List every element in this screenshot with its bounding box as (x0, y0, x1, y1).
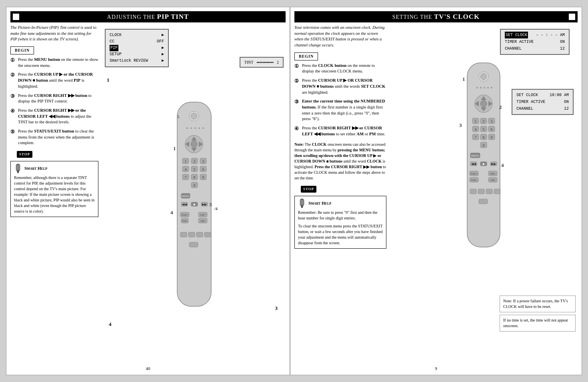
svg-point-7 (191, 113, 197, 119)
svg-rect-66 (300, 199, 304, 205)
left-page-header: Adjusting the PIP Tint (10, 11, 286, 22)
left-main-content: The Picture-In-Picture (PIP) Tint contro… (10, 25, 286, 364)
clock-row-2-2: TIMER ACTIVE ON (516, 99, 569, 105)
svg-point-12 (202, 127, 204, 129)
clock-row-1-1: SET CLOCK - - : - - AM (505, 32, 565, 38)
svg-point-73 (476, 87, 478, 88)
menu-value-clock: ▶ (162, 32, 164, 38)
tint-label: TINT (244, 60, 254, 64)
smart-help-header-left: Smart Help (14, 164, 95, 173)
svg-text:3: 3 (209, 201, 212, 207)
svg-text:5: 5 (194, 167, 196, 171)
svg-text:VOL+: VOL+ (470, 172, 478, 175)
svg-rect-57 (196, 232, 203, 237)
tint-bar-display: TINT ▪▪▪▪▪▪▪▪▪▪▪▪ 2 (240, 57, 284, 68)
smart-help-title-right: Smart Help (308, 200, 331, 206)
svg-text:9: 9 (202, 175, 204, 179)
svg-text:2: 2 (483, 119, 485, 123)
channel-value-2: 12 (564, 105, 569, 112)
pip-menu-display: CLOCK▶ CCOFF PIP▶ SETUP▶ SmartLock REVIE (105, 29, 169, 67)
step-3-num: ③ (10, 93, 17, 100)
svg-rect-59 (189, 242, 198, 247)
svg-text:4: 4 (185, 167, 187, 171)
clock-row-2-3: CHANNEL 12 (516, 105, 569, 112)
svg-text:3: 3 (459, 122, 462, 128)
right-step-2-num: ② (294, 78, 301, 84)
svg-text:◀◀: ◀◀ (471, 162, 476, 166)
right-intro: Your television comes with an onscreen c… (294, 25, 386, 48)
right-step-3: ③ Enter the current time using the NUMBE… (294, 99, 386, 122)
timer-active-label-1: TIMER ACTIVE (505, 38, 534, 45)
stop-icon-right: STOP (301, 186, 316, 193)
smart-help-icon-left (14, 164, 22, 173)
step-1: ① Press the MENU button on the remote to… (10, 57, 98, 68)
set-clock-label-1: SET CLOCK (505, 32, 528, 38)
svg-text:1: 1 (462, 76, 465, 82)
clock-row-1-2: TIMER ACTIVE ON (505, 38, 565, 45)
svg-rect-2 (16, 170, 20, 171)
timer-active-value-1: ON (560, 38, 565, 45)
svg-point-77 (491, 87, 492, 88)
right-step-4-num: ④ (294, 125, 301, 132)
step-callout-1: 1 (107, 77, 110, 83)
clock-screen-1: SET CLOCK - - : - - AM TIMER ACTIVE ON C… (500, 29, 570, 55)
right-step-2-text: Press the CURSOR UP ▶ OR CURSOR DOWN ■ b… (302, 78, 386, 95)
menu-value-cc: OFF (157, 38, 164, 45)
svg-text:5: 5 (177, 114, 180, 119)
menu-value-pip: ▶ (162, 45, 164, 51)
step-3: ③ Press the CURSOR RIGHT ▶▶ button to di… (10, 93, 98, 105)
step-5-num: ⑤ (10, 129, 17, 135)
menu-row-cc: CCOFF (110, 38, 164, 45)
svg-text:1: 1 (475, 119, 477, 123)
note-box-1: Note: If a power failure occurs, the TV'… (500, 296, 576, 312)
svg-text:▶▶: ▶▶ (491, 162, 496, 166)
svg-point-83 (480, 101, 487, 107)
svg-text:7: 7 (185, 175, 187, 179)
step-1-text: Press the MENU button on the remote to s… (18, 57, 98, 68)
svg-text:VOL-: VOL- (182, 219, 188, 223)
svg-point-11 (198, 127, 200, 129)
right-step-4: ④ Press the CURSOR RIGHT ▶▶ or CURSOR LE… (294, 125, 386, 137)
right-step-4-text: Press the CURSOR RIGHT ▶▶ or CURSOR LEFT… (302, 125, 386, 137)
step-4: ④ Press the CURSOR RIGHT ▶▶ or the CURSO… (10, 108, 98, 125)
remote-control-left: 1 2 3 4 5 6 7 8 9 (155, 98, 231, 314)
smart-help-body-left: Remember, although there is a separate T… (14, 175, 95, 214)
menu-value-setup: ▶ (162, 51, 164, 58)
left-page-number: 40 (10, 366, 286, 371)
header-box-right (569, 14, 575, 20)
step-2-text: Press the CURSOR UP ▶ or the CURSOR DOWN… (18, 72, 98, 89)
smart-help-body2-right: To clear the onscreen menu press the STA… (298, 223, 383, 246)
svg-text:8: 8 (483, 135, 485, 139)
svg-text:CH+: CH+ (490, 172, 496, 175)
right-text-column: Your television comes with an onscreen c… (294, 25, 386, 364)
channel-value-1: 12 (560, 45, 565, 52)
clock-screen-2: SET CLOCK 10:00 AM TIMER ACTIVE ON CHANN… (512, 89, 574, 115)
svg-point-38 (191, 141, 197, 147)
clock-row-1-3: CHANNEL 12 (505, 45, 565, 52)
svg-rect-56 (188, 232, 195, 237)
svg-text:CH+: CH+ (200, 213, 206, 217)
step-2: ② Press the CURSOR UP ▶ or the CURSOR DO… (10, 72, 98, 89)
svg-rect-67 (300, 205, 304, 206)
svg-text:▶▶: ▶▶ (202, 203, 207, 206)
smart-help-title-left: Smart Help (24, 165, 47, 171)
menu-row-setup: SETUP▶ (110, 51, 164, 58)
clock-screen-2-container: SET CLOCK 10:00 AM TIMER ACTIVE ON CHANN… (512, 89, 574, 115)
menu-label-clock: CLOCK (110, 32, 122, 38)
svg-text:MENU: MENU (471, 154, 480, 157)
svg-text:1: 1 (185, 159, 187, 163)
step-5: ⑤ Press the STATUS/EXIT button to clear … (10, 129, 98, 146)
svg-text:CH-: CH- (490, 179, 496, 182)
svg-rect-0 (17, 164, 19, 165)
page-container: Adjusting the PIP Tint The Picture-In-Pi… (6, 7, 582, 375)
svg-rect-123 (494, 189, 500, 194)
menu-row-pip: PIP▶ (110, 45, 164, 51)
tint-display: TINT ▪▪▪▪▪▪▪▪▪▪▪▪ 2 (240, 57, 284, 68)
svg-rect-55 (180, 232, 187, 237)
menu-row-smartlock: SmartLock REVIEW▶ (110, 58, 164, 64)
right-image-column: SET CLOCK - - : - - AM TIMER ACTIVE ON C… (389, 25, 578, 364)
smart-help-right: Smart Help Remember: Be sure to press "0… (294, 196, 386, 249)
svg-point-76 (487, 87, 489, 88)
step-1-num: ① (10, 57, 17, 64)
svg-rect-4 (17, 172, 19, 173)
